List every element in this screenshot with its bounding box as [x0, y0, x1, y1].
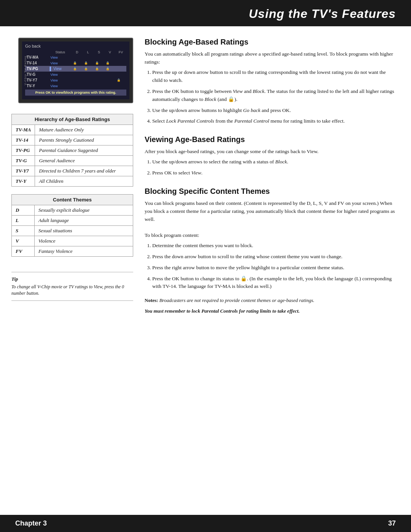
theme-code: D	[12, 205, 35, 216]
tv-bottom-bar: Press OK to view/block programs with thi…	[25, 89, 126, 96]
list-item: Press the up or down arrow button to scr…	[152, 69, 396, 85]
note-1: Notes: Broadcasters are not required to …	[145, 297, 396, 304]
table-row: TV-14 Parents Strongly Cautioned	[12, 135, 133, 145]
rating-code: TV-Y	[12, 176, 35, 187]
viewing-age-section: Viewing Age-Based Ratings After you bloc…	[145, 135, 396, 177]
theme-desc: Sexual situations	[35, 226, 133, 236]
page-title: Using the TV's Features	[249, 7, 396, 21]
blocking-age-body: You can automatically block all program …	[145, 50, 396, 125]
page-number: 37	[388, 519, 396, 527]
rating-code: TV-Y7	[12, 166, 35, 176]
blocking-content-steps: Determine the content themes you want to…	[152, 242, 396, 291]
rating-desc: All Children	[35, 176, 133, 187]
blocking-age-intro: You can automatically block all program …	[145, 50, 396, 66]
list-item: Press the OK button to change its status…	[152, 275, 396, 291]
table-row: TV-MA Mature Audience Only	[12, 125, 133, 135]
table-row: TV-Y7 Directed to Children 7 years and o…	[12, 166, 133, 176]
list-item: Use the up/down arrows to select the rat…	[152, 158, 396, 166]
col-l: L	[83, 50, 94, 54]
tv-row-tvy: TV-Y View	[25, 83, 126, 89]
rating-desc: General Audience	[35, 156, 133, 166]
list-item: Press the down arrow button to scroll to…	[152, 253, 396, 261]
blocking-age-steps: Press the up or down arrow button to scr…	[152, 69, 396, 126]
col-v: V	[104, 50, 115, 54]
theme-desc: Sexually explicit dialogue	[35, 205, 133, 216]
theme-desc: Violence	[35, 236, 133, 246]
tv-widget-inner: Go back Status D L S V FV	[22, 42, 129, 99]
note-1-text: Broadcasters are not required to provide…	[159, 297, 314, 303]
tip-body: To change all V-Chip movie or TV ratings…	[11, 284, 133, 297]
viewing-age-intro: After you block age-based ratings, you c…	[145, 148, 396, 156]
content-themes-table: Content Themes D Sexually explicit dialo…	[11, 194, 133, 257]
table-row: TV-G General Audience	[12, 156, 133, 166]
note-bold: Notes:	[145, 297, 158, 303]
rating-code: TV-MA	[12, 125, 35, 135]
rating-code: TV-G	[12, 156, 35, 166]
tv-row-tvma: TV-MA View	[25, 54, 126, 60]
tv-row-tvpg: TV-PG ▌ View 🔒 🔒 🔒 🔒	[25, 66, 126, 72]
blocking-age-section: Blocking Age-Based Ratings You can autom…	[145, 38, 396, 125]
table-row: FV Fantasy Violence	[12, 246, 133, 257]
theme-code: L	[12, 216, 35, 226]
tv-row-tv14: TV-14 View 🔒 🔒 🔒 🔒	[25, 60, 126, 66]
rating-desc: Directed to Children 7 years and older	[35, 166, 133, 176]
list-item: Press OK to select View.	[152, 169, 396, 177]
table-row: D Sexually explicit dialogue	[12, 205, 133, 216]
left-column: V-Chip TV Rating Go back Status D L S V …	[11, 38, 133, 324]
table-row: L Adult language	[12, 216, 133, 226]
theme-desc: Adult language	[35, 216, 133, 226]
tv-ratings-table: Status D L S V FV TV-MA View	[25, 50, 126, 89]
table-row: V Violence	[12, 236, 133, 246]
vchip-label: V-Chip TV Rating	[24, 56, 27, 85]
note-2-text: You must remember to lock Parental Contr…	[145, 308, 299, 314]
theme-code: V	[12, 236, 35, 246]
blocking-content-to-block: To block program content:	[145, 232, 396, 240]
chapter-label: Chapter 3	[15, 519, 47, 527]
list-item: Press the right arrow button to move the…	[152, 264, 396, 272]
theme-desc: Fantasy Violence	[35, 246, 133, 257]
table-row: TV-PG Parental Guidance Suggested	[12, 145, 133, 156]
col-fv: FV	[115, 50, 126, 54]
tv-row-tvg: TV-G View	[25, 72, 126, 77]
hierarchy-table: Hierarchy of Age-Based Ratings TV-MA Mat…	[11, 114, 133, 187]
list-item: Select Lock Parental Controls from the P…	[152, 117, 396, 125]
tv-row-tvy7: TV-Y7 View 🔒	[25, 77, 126, 83]
list-item: Determine the content themes you want to…	[152, 242, 396, 250]
hierarchy-table-header: Hierarchy of Age-Based Ratings	[12, 114, 133, 125]
tip-section: Tip To change all V-Chip movie or TV rat…	[11, 272, 133, 301]
notes-section: Notes: Broadcasters are not required to …	[145, 297, 396, 315]
content-themes-header: Content Themes	[12, 195, 133, 205]
table-row: S Sexual situations	[12, 226, 133, 236]
page-content: V-Chip TV Rating Go back Status D L S V …	[0, 26, 411, 336]
note-2: You must remember to lock Parental Contr…	[145, 307, 396, 315]
blocking-content-intro: You can block programs based on their co…	[145, 200, 396, 224]
blocking-content-section: Blocking Specific Content Themes You can…	[145, 187, 396, 315]
viewing-age-steps: Use the up/down arrows to select the rat…	[152, 158, 396, 177]
rating-desc: Parents Strongly Cautioned	[35, 135, 133, 145]
blocking-content-title: Blocking Specific Content Themes	[145, 187, 396, 196]
col-status: Status	[49, 50, 72, 54]
col-d: D	[72, 50, 83, 54]
tip-label: Tip	[11, 276, 133, 282]
viewing-age-body: After you block age-based ratings, you c…	[145, 148, 396, 177]
theme-code: FV	[12, 246, 35, 257]
table-row: TV-Y All Children	[12, 176, 133, 187]
col-s: S	[94, 50, 105, 54]
rating-desc: Parental Guidance Suggested	[35, 145, 133, 156]
page-header: Using the TV's Features	[0, 0, 411, 26]
right-column: Blocking Age-Based Ratings You can autom…	[145, 38, 396, 324]
blocking-age-title: Blocking Age-Based Ratings	[145, 38, 396, 46]
list-item: Press the OK button to toggle between Vi…	[152, 88, 396, 104]
rating-code: TV-PG	[12, 145, 35, 156]
blocking-content-body: You can block programs based on their co…	[145, 200, 396, 291]
viewing-age-title: Viewing Age-Based Ratings	[145, 135, 396, 144]
theme-code: S	[12, 226, 35, 236]
rating-desc: Mature Audience Only	[35, 125, 133, 135]
rating-code: TV-14	[12, 135, 35, 145]
page-footer: Chapter 3 37	[0, 515, 411, 532]
tv-widget: V-Chip TV Rating Go back Status D L S V …	[18, 38, 133, 103]
tv-go-back-label: Go back	[25, 44, 126, 48]
list-item: Use the up/down arrow buttons to highlig…	[152, 107, 396, 115]
